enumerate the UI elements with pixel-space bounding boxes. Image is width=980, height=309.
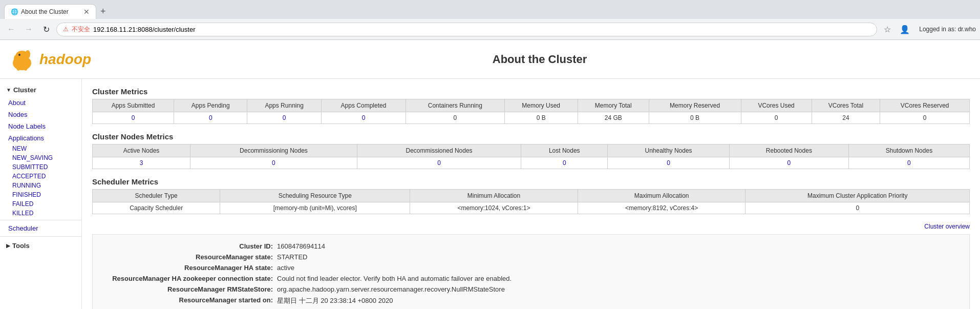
forward-button[interactable]: → [22,22,36,36]
tab-title: About the Cluster [21,8,80,15]
th-memory-reserved: Memory Reserved [649,99,741,112]
hadoop-elephant-icon [8,45,36,73]
td-vcores-total: 24 [812,112,880,124]
td-decommissioned-nodes: 0 [357,157,521,169]
browser-chrome: 🌐 About the Cluster ✕ + ← → ↻ ⚠ 不安全 ☆ 👤 … [0,0,980,40]
sidebar-item-new[interactable]: NEW [0,144,81,153]
scheduler-metrics-table: Scheduler Type Scheduling Resource Type … [92,189,970,214]
th-memory-used: Memory Used [504,99,578,112]
scheduler-metrics-title: Scheduler Metrics [92,177,970,186]
th-maximum-allocation: Maximum Allocation [578,190,745,202]
tab-bar: 🌐 About the Cluster ✕ + [0,0,980,19]
sidebar-item-failed[interactable]: FAILED [0,199,81,209]
cluster-metrics-title: Cluster Metrics [92,87,970,96]
rm-ha-state-value: active [277,264,294,272]
rm-ha-state-row: ResourceManager HA state: active [103,262,959,273]
unhealthy-nodes-link[interactable]: 0 [667,159,670,167]
td-scheduling-resource-type: [memory-mb (unit=Mi), vcores] [220,202,410,214]
sidebar-item-new-saving[interactable]: NEW_SAVING [0,153,81,162]
rm-store-label: ResourceManager RMStateStore: [103,285,277,293]
td-apps-completed: 0 [321,112,406,124]
sidebar-item-killed[interactable]: KILLED [0,209,81,218]
tab-close-button[interactable]: ✕ [83,8,90,16]
tab-favicon: 🌐 [11,8,18,15]
address-input[interactable] [93,26,870,33]
sidebar-item-nodes[interactable]: Nodes [0,109,81,120]
rebooted-nodes-link[interactable]: 0 [787,159,791,167]
cluster-metrics-header-row: Apps Submitted Apps Pending Apps Running… [93,99,970,112]
th-unhealthy-nodes: Unhealthy Nodes [608,145,729,157]
svg-point-6 [14,55,17,64]
td-memory-total: 24 GB [578,112,649,124]
cluster-id-label: Cluster ID: [103,242,277,250]
th-scheduling-resource-type: Scheduling Resource Type [220,190,410,202]
td-lost-nodes: 0 [521,157,608,169]
rm-ha-zk-row: ResourceManager HA zookeeper connection … [103,273,959,284]
th-apps-submitted: Apps Submitted [93,99,174,112]
sidebar-divider-2 [0,236,81,237]
refresh-button[interactable]: ↻ [39,22,53,36]
td-maximum-allocation: <memory:8192, vCores:4> [578,202,745,214]
rm-ha-state-label: ResourceManager HA state: [103,264,277,272]
cluster-section-label: Cluster [13,86,36,94]
svg-point-5 [24,64,28,71]
cluster-section-header[interactable]: ▼ Cluster [0,83,81,97]
sidebar-item-scheduler[interactable]: Scheduler [0,222,81,234]
cluster-nodes-table: Active Nodes Decommissioning Nodes Decom… [92,144,970,169]
tools-section-header[interactable]: ▶ Tools [0,239,81,253]
main-content: Cluster Metrics Apps Submitted Apps Pend… [82,79,980,309]
td-active-nodes: 3 [93,157,190,169]
rm-version-row: ResourceManager version: 3.3.0 from aa96… [103,307,959,309]
apps-submitted-link[interactable]: 0 [132,114,135,121]
active-nodes-link[interactable]: 3 [140,159,143,167]
logged-in-label: Logged in as: dr.who [919,26,976,33]
sidebar-item-node-labels[interactable]: Node Labels [0,120,81,132]
td-scheduler-type: Capacity Scheduler [93,202,220,214]
rm-ha-zk-label: ResourceManager HA zookeeper connection … [103,275,277,282]
rm-store-row: ResourceManager RMStateStore: org.apache… [103,284,959,295]
td-decommissioning-nodes: 0 [190,157,357,169]
profile-button[interactable]: 👤 [898,22,912,36]
rm-state-label: ResourceManager state: [103,253,277,261]
active-tab[interactable]: 🌐 About the Cluster ✕ [4,4,96,19]
header-area: hadoop About the Cluster [0,40,980,79]
th-vcores-used: VCores Used [741,99,812,112]
svg-point-2 [25,50,30,58]
cluster-id-row: Cluster ID: 1608478694114 [103,241,959,252]
sidebar-item-about[interactable]: About [0,97,81,109]
browser-actions: ☆ 👤 [880,22,912,36]
bookmark-button[interactable]: ☆ [880,22,894,36]
th-containers-running: Containers Running [406,99,504,112]
apps-pending-link[interactable]: 0 [209,114,212,121]
th-max-cluster-app-priority: Maximum Cluster Application Priority [745,190,970,202]
cluster-metrics-table: Apps Submitted Apps Pending Apps Running… [92,99,970,124]
sidebar-item-finished[interactable]: FINISHED [0,190,81,199]
cluster-metrics-data-row: 0 0 0 0 0 0 B 24 GB 0 B 0 24 0 [93,112,970,124]
sidebar-item-running[interactable]: RUNNING [0,181,81,190]
decommissioning-link[interactable]: 0 [272,159,275,167]
sidebar-item-accepted[interactable]: ACCEPTED [0,172,81,181]
rm-started-row: ResourceManager started on: 星期日 十二月 20 2… [103,295,959,307]
td-shutdown-nodes: 0 [848,157,969,169]
cluster-overview-link[interactable]: Cluster overview [924,223,970,230]
th-decommissioned-nodes: Decommissioned Nodes [357,145,521,157]
decommissioned-link[interactable]: 0 [437,159,441,167]
sidebar-item-submitted[interactable]: SUBMITTED [0,162,81,172]
th-minimum-allocation: Minimum Allocation [410,190,578,202]
apps-running-link[interactable]: 0 [283,114,286,121]
page-body: ▼ Cluster About Nodes Node Labels Applic… [0,79,980,309]
td-vcores-used: 0 [741,112,812,124]
apps-completed-link[interactable]: 0 [362,114,366,121]
cluster-section: ▼ Cluster About Nodes Node Labels Applic… [0,83,81,234]
th-scheduler-type: Scheduler Type [93,190,220,202]
new-tab-button[interactable]: + [96,4,110,19]
th-vcores-reserved: VCores Reserved [880,99,970,112]
back-button[interactable]: ← [4,22,18,36]
lost-nodes-link[interactable]: 0 [563,159,566,167]
shutdown-nodes-link[interactable]: 0 [907,159,911,167]
svg-point-4 [16,64,20,71]
browser-controls: ← → ↻ ⚠ 不安全 ☆ 👤 Logged in as: dr.who [0,19,980,39]
rm-started-value: 星期日 十二月 20 23:38:14 +0800 2020 [277,296,393,305]
sidebar-item-applications[interactable]: Applications [0,132,81,144]
th-rebooted-nodes: Rebooted Nodes [729,145,848,157]
